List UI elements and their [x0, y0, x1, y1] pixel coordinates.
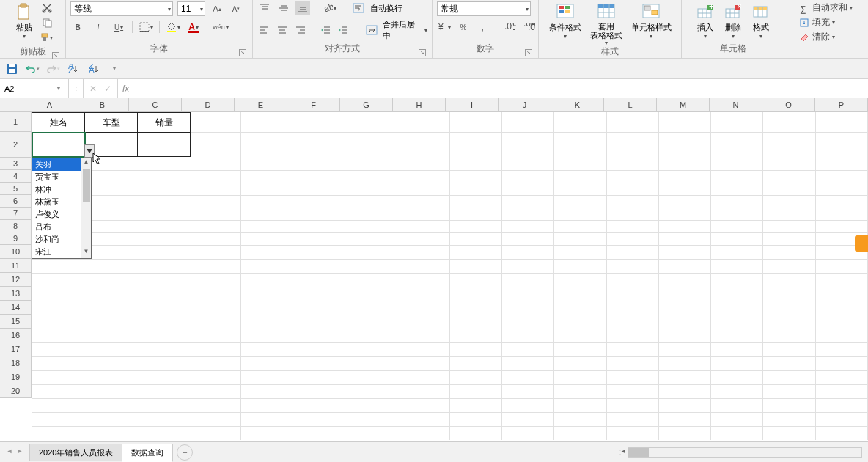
- col-header-d[interactable]: D: [182, 98, 235, 111]
- col-header-o[interactable]: O: [762, 98, 815, 111]
- name-box[interactable]: A2 ▼: [0, 79, 69, 98]
- col-header-m[interactable]: M: [657, 98, 710, 111]
- orientation-button[interactable]: ab: [322, 1, 336, 15]
- col-header-g[interactable]: G: [340, 98, 393, 111]
- data-validation-dropdown-button[interactable]: [84, 144, 95, 158]
- header-type[interactable]: 车型: [85, 113, 138, 133]
- decrease-decimal-button[interactable]: .00.0: [522, 21, 537, 34]
- row-header-2[interactable]: 2: [0, 132, 32, 158]
- scroll-up-icon[interactable]: ▲: [81, 158, 92, 169]
- conditional-format-button[interactable]: 条件格式▾: [546, 1, 584, 41]
- align-center-button[interactable]: [276, 23, 290, 37]
- scroll-down-icon[interactable]: ▼: [81, 248, 92, 258]
- number-dialog-launcher[interactable]: ↘: [525, 49, 532, 56]
- accounting-format-button[interactable]: ¥: [437, 21, 452, 34]
- underline-button[interactable]: U: [111, 21, 126, 34]
- header-name[interactable]: 姓名: [32, 113, 85, 133]
- sort-asc-button[interactable]: AZ: [66, 62, 81, 76]
- fill-color-button[interactable]: [166, 21, 180, 34]
- col-header-j[interactable]: J: [499, 98, 551, 111]
- row-header-15[interactable]: 15: [0, 315, 32, 329]
- header-sales[interactable]: 销量: [138, 113, 191, 133]
- align-left-button[interactable]: [257, 23, 271, 37]
- paste-button[interactable]: 粘贴 ▾: [12, 1, 37, 41]
- row-header-13[interactable]: 13: [0, 287, 32, 301]
- cancel-formula-button[interactable]: ✕: [88, 84, 98, 94]
- col-header-i[interactable]: I: [446, 98, 499, 111]
- row-header-17[interactable]: 17: [0, 342, 32, 356]
- row-header-8[interactable]: 8: [0, 220, 32, 232]
- row-header-12[interactable]: 12: [0, 273, 32, 287]
- delete-button[interactable]: × 删除▾: [721, 1, 746, 41]
- border-button[interactable]: [139, 21, 153, 34]
- fill-button[interactable]: 填充▾: [800, 16, 853, 29]
- col-header-b[interactable]: B: [76, 98, 129, 111]
- decrease-font-button[interactable]: A▾: [229, 2, 243, 15]
- cell-styles-button[interactable]: 单元格样式▾: [628, 1, 674, 41]
- select-all-corner[interactable]: [0, 98, 23, 111]
- font-name-combo[interactable]: 等线: [70, 1, 173, 16]
- row-header-3[interactable]: 3: [0, 158, 32, 170]
- alignment-dialog-launcher[interactable]: ↘: [419, 49, 426, 56]
- formula-input[interactable]: [129, 79, 868, 98]
- row-header-19[interactable]: 19: [0, 370, 32, 384]
- row-header-9[interactable]: 9: [0, 232, 32, 245]
- phonetic-button[interactable]: wén: [213, 21, 228, 34]
- tab-nav-prev[interactable]: ◄: [4, 447, 15, 458]
- sort-desc-button[interactable]: ZA: [87, 62, 101, 76]
- font-size-combo[interactable]: 11: [177, 1, 205, 16]
- row-header-18[interactable]: 18: [0, 356, 32, 370]
- scroll-thumb[interactable]: [83, 169, 90, 202]
- font-color-button[interactable]: A: [186, 21, 201, 34]
- italic-button[interactable]: I: [91, 21, 106, 34]
- side-badge-icon[interactable]: [855, 235, 868, 252]
- comma-button[interactable]: ,: [475, 21, 490, 34]
- qat-customize-button[interactable]: ▾: [107, 62, 122, 76]
- merge-center-button[interactable]: 合并后居中: [383, 19, 420, 41]
- format-button[interactable]: 格式▾: [749, 1, 773, 41]
- autosum-button[interactable]: ∑自动求和▾: [800, 1, 853, 14]
- row-header-10[interactable]: 10: [0, 245, 32, 259]
- col-header-n[interactable]: N: [710, 98, 762, 111]
- number-format-combo[interactable]: 常规: [437, 1, 531, 16]
- insert-button[interactable]: + 插入▾: [693, 1, 718, 41]
- cut-button[interactable]: [40, 1, 54, 15]
- wrap-text-button[interactable]: 自动换行: [370, 3, 402, 14]
- row-header-20[interactable]: 20: [0, 384, 32, 398]
- save-button[interactable]: [4, 62, 19, 76]
- format-as-table-button[interactable]: 套用 表格格式▾: [587, 1, 625, 48]
- align-top-button[interactable]: [257, 1, 272, 15]
- dropdown-scrollbar[interactable]: ▲ ▼: [81, 158, 91, 258]
- add-sheet-button[interactable]: +: [177, 444, 193, 461]
- row-header-4[interactable]: 4: [0, 170, 32, 183]
- sheet-tab-report[interactable]: 2020年销售人员报表: [29, 444, 122, 461]
- col-header-f[interactable]: F: [287, 98, 340, 111]
- col-header-e[interactable]: E: [235, 98, 287, 111]
- clear-button[interactable]: 清除▾: [800, 31, 853, 43]
- cell-c2[interactable]: [138, 133, 191, 157]
- decrease-indent-button[interactable]: [319, 23, 333, 37]
- increase-indent-button[interactable]: [336, 23, 350, 37]
- col-header-a[interactable]: A: [23, 98, 76, 111]
- row-header-7[interactable]: 7: [0, 208, 32, 220]
- clipboard-dialog-launcher[interactable]: ↘: [52, 52, 59, 59]
- bold-button[interactable]: B: [70, 21, 85, 34]
- row-header-11[interactable]: 11: [0, 259, 32, 273]
- col-header-k[interactable]: K: [551, 98, 604, 111]
- format-painter-button[interactable]: [40, 31, 54, 44]
- copy-button[interactable]: [40, 16, 54, 29]
- tab-nav-next[interactable]: ►: [15, 447, 25, 458]
- enter-formula-button[interactable]: ✓: [103, 84, 113, 94]
- increase-font-button[interactable]: A▴: [210, 2, 224, 15]
- font-dialog-launcher[interactable]: ↘: [239, 49, 246, 56]
- align-middle-button[interactable]: [276, 1, 291, 15]
- align-bottom-button[interactable]: [295, 1, 310, 15]
- fx-icon[interactable]: fx: [118, 84, 129, 94]
- row-header-6[interactable]: 6: [0, 195, 32, 208]
- row-header-14[interactable]: 14: [0, 301, 32, 315]
- row-header-16[interactable]: 16: [0, 329, 32, 342]
- redo-button[interactable]: ▾: [45, 62, 60, 76]
- align-right-button[interactable]: [293, 23, 307, 37]
- horizontal-scrollbar[interactable]: ◄: [628, 447, 862, 458]
- row-header-1[interactable]: 1: [0, 112, 32, 132]
